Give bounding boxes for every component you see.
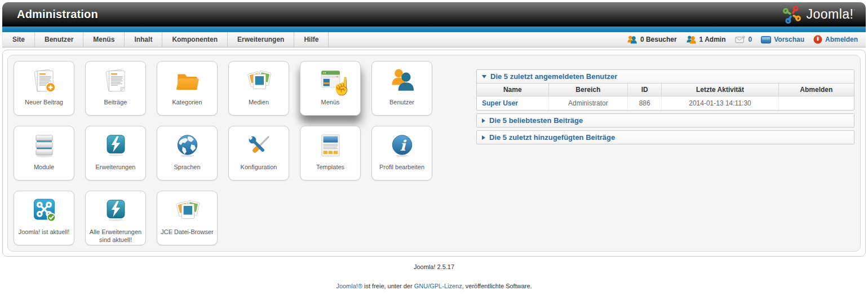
main-menubar: Site Benutzer Menüs Inhalt Komponenten E… bbox=[2, 32, 866, 47]
panel-logged-users-header[interactable]: Die 5 zuletzt angemeldeten Benutzer bbox=[477, 70, 854, 83]
joomla-link[interactable]: Joomla!® bbox=[336, 283, 362, 289]
license-end: , veröffentlichte Software. bbox=[462, 283, 532, 289]
admins-status[interactable]: 1 Admin bbox=[686, 35, 726, 44]
card-profil-bearbeiten[interactable]: i Profil bearbeiten bbox=[371, 126, 432, 181]
logout-label: Abmelden bbox=[825, 36, 858, 43]
panel-title: Die 5 zuletzt angemeldeten Benutzer bbox=[490, 72, 617, 81]
user-name-link[interactable]: Super User bbox=[477, 96, 548, 111]
card-joomla-aktuell[interactable]: Joomla! ist aktuell! bbox=[14, 191, 74, 245]
card-label: Templates bbox=[314, 164, 347, 171]
license-text: Joomla!® ist freie, unter der GNU/GPL-Li… bbox=[2, 283, 866, 289]
card-erweiterungen-aktuell[interactable]: Alle Erweiterungen sind aktuell! bbox=[85, 191, 146, 245]
user-id: 886 bbox=[628, 96, 662, 111]
chevron-right-icon bbox=[482, 118, 485, 123]
card-konfiguration[interactable]: Konfiguration bbox=[228, 126, 289, 181]
joomla-updated-icon bbox=[29, 196, 60, 227]
card-medien[interactable]: Medien bbox=[228, 61, 289, 116]
configuration-tools-icon bbox=[243, 131, 274, 162]
card-jce-datei-browser[interactable]: JCE Datei-Browser bbox=[157, 191, 218, 245]
license-mid: ist freie, unter der bbox=[362, 283, 414, 289]
templates-page-icon bbox=[315, 131, 346, 162]
menu-inhalt[interactable]: Inhalt bbox=[125, 32, 162, 47]
menu-komponenten[interactable]: Komponenten bbox=[162, 32, 228, 47]
card-label: Menüs bbox=[318, 99, 342, 107]
panel-popular-articles: Die 5 beliebtesten Beiträge bbox=[476, 113, 854, 127]
card-label: Alle Erweiterungen sind aktuell! bbox=[86, 228, 145, 244]
card-label: Neuer Beitrag bbox=[23, 99, 65, 107]
menu-hilfe[interactable]: Hilfe bbox=[294, 32, 329, 47]
languages-globe-icon bbox=[172, 131, 203, 162]
preview-link[interactable]: Vorschau bbox=[761, 36, 804, 43]
footer: Joomla! 2.5.17 Joomla!® ist freie, unter… bbox=[2, 263, 866, 289]
extensions-updated-icon bbox=[100, 196, 131, 227]
visitors-icon bbox=[627, 35, 637, 44]
menus-window-icon bbox=[315, 66, 346, 97]
col-header-id: ID bbox=[628, 83, 662, 96]
joomla-logo-icon bbox=[782, 5, 801, 24]
card-label: Beiträge bbox=[102, 99, 130, 107]
panel-recent-articles: Die 5 zuletzt hinzugefügten Beiträge bbox=[476, 130, 854, 144]
logout-link[interactable]: Abmelden bbox=[813, 35, 858, 44]
logout-icon bbox=[813, 35, 822, 44]
preview-label: Vorschau bbox=[774, 36, 804, 43]
card-neuer-beitrag[interactable]: Neuer Beitrag bbox=[14, 61, 74, 116]
panel-title: Die 5 beliebtesten Beiträge bbox=[489, 116, 583, 125]
admins-count: 1 Admin bbox=[699, 36, 726, 43]
card-label: Joomla! ist aktuell! bbox=[16, 228, 72, 236]
modules-stack-icon bbox=[29, 131, 60, 162]
menu-benutzer[interactable]: Benutzer bbox=[35, 32, 83, 47]
admin-page: Administration Joomla!˙ Site Benutzer M bbox=[2, 2, 866, 289]
preview-icon bbox=[761, 36, 771, 43]
card-erweiterungen[interactable]: Erweiterungen bbox=[85, 126, 146, 181]
panel-recent-header[interactable]: Die 5 zuletzt hinzugefügten Beiträge bbox=[477, 131, 854, 144]
articles-icon bbox=[100, 66, 131, 97]
user-activity: 2014-01-13 14:11:30 bbox=[662, 96, 778, 111]
col-header-bereich: Bereich bbox=[548, 83, 627, 96]
card-label: Sprachen bbox=[171, 164, 202, 171]
panel-title: Die 5 zuletzt hinzugefügten Beiträge bbox=[489, 133, 615, 142]
card-label: JCE Datei-Browser bbox=[158, 228, 216, 236]
extensions-lightning-icon bbox=[100, 131, 131, 162]
menu-site[interactable]: Site bbox=[2, 32, 35, 47]
dashboard-panels: Die 5 zuletzt angemeldeten Benutzer Name… bbox=[476, 69, 854, 147]
categories-folder-icon bbox=[172, 66, 203, 97]
control-panel: Neuer Beitrag Beiträge bbox=[7, 55, 861, 252]
chevron-down-icon bbox=[482, 75, 486, 78]
joomla-logo-text: Joomla!˙ bbox=[806, 7, 856, 22]
card-label: Kategorien bbox=[170, 99, 204, 107]
visitors-status[interactable]: 0 Besucher bbox=[627, 35, 677, 44]
user-abmelden bbox=[778, 96, 854, 111]
col-header-aktivitaet: Letzte Aktivität bbox=[662, 83, 778, 96]
card-label: Medien bbox=[246, 99, 271, 107]
menu-erweiterungen[interactable]: Erweiterungen bbox=[228, 32, 294, 47]
card-label: Konfiguration bbox=[238, 164, 280, 171]
card-module[interactable]: Module bbox=[14, 126, 74, 181]
table-row: Super User Administrator 886 2014-01-13 … bbox=[477, 96, 854, 111]
logged-users-table: Name Bereich ID Letzte Aktivität Abmelde… bbox=[477, 83, 854, 110]
chevron-right-icon bbox=[482, 135, 485, 140]
card-menus[interactable]: ☝ Menüs bbox=[300, 61, 361, 116]
panel-popular-header[interactable]: Die 5 beliebtesten Beiträge bbox=[477, 114, 854, 127]
card-beitraege[interactable]: Beiträge bbox=[85, 61, 146, 116]
messages-status[interactable]: 0 bbox=[735, 36, 752, 43]
menu-menus[interactable]: Menüs bbox=[83, 32, 125, 47]
panel-logged-users: Die 5 zuletzt angemeldeten Benutzer Name… bbox=[476, 69, 854, 111]
card-benutzer[interactable]: Benutzer bbox=[371, 61, 432, 116]
profile-info-icon: i bbox=[387, 131, 418, 162]
card-sprachen[interactable]: Sprachen bbox=[157, 126, 218, 181]
visitors-count: 0 Besucher bbox=[640, 36, 677, 43]
gpl-license-link[interactable]: GNU/GPL-Lizenz bbox=[414, 283, 462, 289]
card-label: Profil bearbeiten bbox=[377, 164, 427, 171]
envelope-icon bbox=[735, 36, 746, 43]
blue-accent-bar bbox=[2, 27, 866, 32]
admins-icon bbox=[686, 35, 697, 44]
new-article-icon bbox=[29, 66, 60, 97]
statusbar: 0 Besucher 1 Admin 0 bbox=[627, 32, 866, 47]
card-templates[interactable]: Templates bbox=[300, 126, 361, 181]
messages-count: 0 bbox=[749, 36, 752, 43]
card-label: Benutzer bbox=[387, 99, 417, 107]
joomla-logo: Joomla!˙ bbox=[782, 5, 856, 24]
version-text: Joomla! 2.5.17 bbox=[2, 263, 866, 270]
card-kategorien[interactable]: Kategorien bbox=[157, 61, 218, 116]
jce-file-browser-icon bbox=[172, 196, 203, 227]
